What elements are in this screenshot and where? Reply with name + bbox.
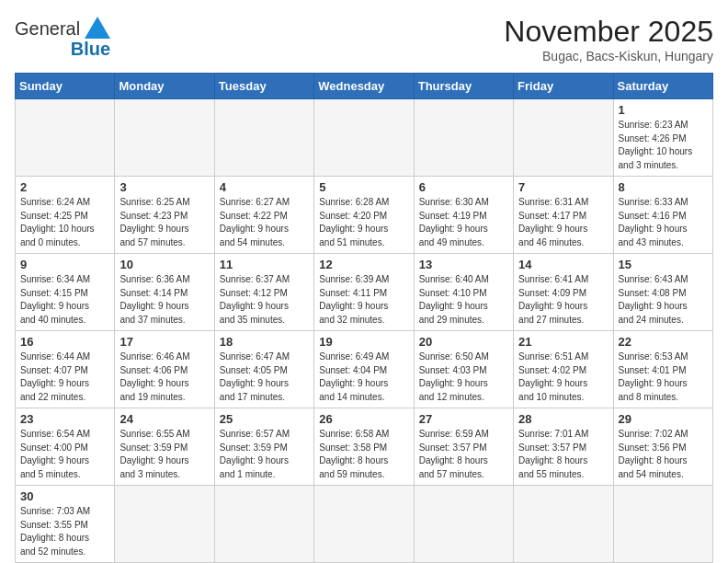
calendar-cell: 8Sunrise: 6:33 AM Sunset: 4:16 PM Daylig…	[613, 177, 712, 254]
weekday-header-friday: Friday	[514, 74, 613, 99]
calendar-cell: 17Sunrise: 6:46 AM Sunset: 4:06 PM Dayli…	[115, 331, 214, 408]
calendar-row-2: 9Sunrise: 6:34 AM Sunset: 4:15 PM Daylig…	[16, 254, 713, 331]
calendar-cell: 14Sunrise: 6:41 AM Sunset: 4:09 PM Dayli…	[514, 254, 613, 331]
weekday-header-sunday: Sunday	[16, 74, 115, 99]
calendar-cell: 19Sunrise: 6:49 AM Sunset: 4:04 PM Dayli…	[314, 331, 414, 408]
logo-triangle-icon	[85, 17, 110, 39]
day-info: Sunrise: 6:54 AM Sunset: 4:00 PM Dayligh…	[20, 428, 109, 481]
calendar-cell: 22Sunrise: 6:53 AM Sunset: 4:01 PM Dayli…	[613, 331, 712, 408]
location: Bugac, Bacs-Kiskun, Hungary	[504, 49, 713, 63]
day-info: Sunrise: 6:44 AM Sunset: 4:07 PM Dayligh…	[20, 350, 109, 404]
day-number: 20	[419, 335, 508, 349]
calendar-cell: 18Sunrise: 6:47 AM Sunset: 4:05 PM Dayli…	[214, 331, 313, 408]
day-number: 22	[619, 335, 708, 349]
calendar-cell	[115, 486, 214, 563]
day-info: Sunrise: 6:37 AM Sunset: 4:12 PM Dayligh…	[220, 273, 309, 327]
day-number: 18	[220, 335, 309, 349]
day-number: 28	[518, 412, 608, 426]
calendar-cell	[613, 486, 712, 563]
day-info: Sunrise: 6:55 AM Sunset: 3:59 PM Dayligh…	[119, 428, 209, 481]
day-info: Sunrise: 6:41 AM Sunset: 4:09 PM Dayligh…	[518, 273, 608, 327]
day-number: 8	[619, 180, 708, 194]
day-info: Sunrise: 6:40 AM Sunset: 4:10 PM Dayligh…	[419, 273, 508, 327]
calendar-cell: 12Sunrise: 6:39 AM Sunset: 4:11 PM Dayli…	[314, 254, 414, 331]
day-info: Sunrise: 6:58 AM Sunset: 3:58 PM Dayligh…	[319, 428, 408, 481]
day-info: Sunrise: 6:53 AM Sunset: 4:01 PM Dayligh…	[619, 350, 708, 404]
day-number: 15	[619, 258, 708, 271]
calendar-cell: 21Sunrise: 6:51 AM Sunset: 4:02 PM Dayli…	[514, 331, 613, 408]
calendar-row-3: 16Sunrise: 6:44 AM Sunset: 4:07 PM Dayli…	[16, 331, 713, 408]
day-info: Sunrise: 6:31 AM Sunset: 4:17 PM Dayligh…	[518, 196, 608, 249]
weekday-header-thursday: Thursday	[414, 74, 513, 99]
calendar-cell: 3Sunrise: 6:25 AM Sunset: 4:23 PM Daylig…	[115, 177, 214, 254]
calendar-cell	[414, 99, 513, 177]
logo: General Blue	[15, 15, 110, 59]
month-title: November 2025	[504, 15, 713, 49]
day-number: 11	[220, 258, 309, 271]
weekday-header-wednesday: Wednesday	[314, 74, 414, 99]
logo-blue: Blue	[71, 39, 110, 59]
day-info: Sunrise: 6:28 AM Sunset: 4:20 PM Dayligh…	[319, 196, 408, 249]
day-info: Sunrise: 6:33 AM Sunset: 4:16 PM Dayligh…	[619, 196, 708, 249]
day-number: 2	[20, 180, 109, 194]
day-number: 25	[220, 412, 309, 426]
calendar-cell	[514, 486, 613, 563]
calendar-cell: 20Sunrise: 6:50 AM Sunset: 4:03 PM Dayli…	[414, 331, 513, 408]
calendar-cell: 28Sunrise: 7:01 AM Sunset: 3:57 PM Dayli…	[514, 408, 613, 486]
day-info: Sunrise: 6:49 AM Sunset: 4:04 PM Dayligh…	[319, 350, 408, 404]
calendar-cell: 4Sunrise: 6:27 AM Sunset: 4:22 PM Daylig…	[214, 177, 313, 254]
day-number: 27	[419, 412, 508, 426]
day-number: 13	[419, 258, 508, 271]
calendar-cell	[214, 486, 313, 563]
calendar-row-1: 2Sunrise: 6:24 AM Sunset: 4:25 PM Daylig…	[16, 177, 713, 254]
day-number: 3	[119, 180, 209, 194]
calendar-cell	[314, 486, 414, 563]
day-number: 29	[619, 412, 708, 426]
calendar-cell: 16Sunrise: 6:44 AM Sunset: 4:07 PM Dayli…	[16, 331, 115, 408]
day-info: Sunrise: 6:25 AM Sunset: 4:23 PM Dayligh…	[119, 196, 209, 249]
calendar-cell: 1Sunrise: 6:23 AM Sunset: 4:26 PM Daylig…	[613, 99, 712, 177]
title-area: November 2025 Bugac, Bacs-Kiskun, Hungar…	[504, 15, 713, 63]
calendar-cell: 10Sunrise: 6:36 AM Sunset: 4:14 PM Dayli…	[115, 254, 214, 331]
calendar-cell: 7Sunrise: 6:31 AM Sunset: 4:17 PM Daylig…	[514, 177, 613, 254]
day-info: Sunrise: 6:34 AM Sunset: 4:15 PM Dayligh…	[20, 273, 109, 327]
day-number: 12	[319, 258, 408, 271]
calendar-row-0: 1Sunrise: 6:23 AM Sunset: 4:26 PM Daylig…	[16, 99, 713, 177]
day-info: Sunrise: 6:39 AM Sunset: 4:11 PM Dayligh…	[319, 273, 408, 327]
day-number: 30	[20, 489, 109, 503]
day-number: 7	[518, 180, 608, 194]
day-info: Sunrise: 7:02 AM Sunset: 3:56 PM Dayligh…	[619, 428, 708, 481]
calendar-cell: 25Sunrise: 6:57 AM Sunset: 3:59 PM Dayli…	[214, 408, 313, 486]
calendar: SundayMondayTuesdayWednesdayThursdayFrid…	[15, 73, 713, 563]
day-info: Sunrise: 6:36 AM Sunset: 4:14 PM Dayligh…	[119, 273, 209, 327]
calendar-cell: 13Sunrise: 6:40 AM Sunset: 4:10 PM Dayli…	[414, 254, 513, 331]
day-info: Sunrise: 6:30 AM Sunset: 4:19 PM Dayligh…	[419, 196, 508, 249]
day-info: Sunrise: 6:51 AM Sunset: 4:02 PM Dayligh…	[518, 350, 608, 404]
calendar-cell: 9Sunrise: 6:34 AM Sunset: 4:15 PM Daylig…	[16, 254, 115, 331]
day-number: 21	[518, 335, 608, 349]
day-number: 10	[119, 258, 209, 271]
day-number: 5	[319, 180, 408, 194]
calendar-cell	[16, 99, 115, 177]
calendar-row-4: 23Sunrise: 6:54 AM Sunset: 4:00 PM Dayli…	[16, 408, 713, 486]
day-number: 19	[319, 335, 408, 349]
calendar-cell	[514, 99, 613, 177]
calendar-cell: 11Sunrise: 6:37 AM Sunset: 4:12 PM Dayli…	[214, 254, 313, 331]
calendar-cell: 29Sunrise: 7:02 AM Sunset: 3:56 PM Dayli…	[613, 408, 712, 486]
day-info: Sunrise: 7:03 AM Sunset: 3:55 PM Dayligh…	[20, 505, 109, 558]
day-info: Sunrise: 6:27 AM Sunset: 4:22 PM Dayligh…	[220, 196, 309, 249]
calendar-cell: 30Sunrise: 7:03 AM Sunset: 3:55 PM Dayli…	[16, 486, 115, 563]
day-number: 6	[419, 180, 508, 194]
day-number: 14	[518, 258, 608, 271]
calendar-cell	[414, 486, 513, 563]
logo-general: General	[15, 18, 80, 39]
calendar-cell: 27Sunrise: 6:59 AM Sunset: 3:57 PM Dayli…	[414, 408, 513, 486]
calendar-row-5: 30Sunrise: 7:03 AM Sunset: 3:55 PM Dayli…	[16, 486, 713, 563]
day-info: Sunrise: 6:59 AM Sunset: 3:57 PM Dayligh…	[419, 428, 508, 481]
day-number: 23	[20, 412, 109, 426]
day-number: 16	[20, 335, 109, 349]
weekday-header-tuesday: Tuesday	[214, 74, 313, 99]
day-number: 1	[619, 103, 708, 117]
day-info: Sunrise: 6:24 AM Sunset: 4:25 PM Dayligh…	[20, 196, 109, 249]
day-info: Sunrise: 7:01 AM Sunset: 3:57 PM Dayligh…	[518, 428, 608, 481]
